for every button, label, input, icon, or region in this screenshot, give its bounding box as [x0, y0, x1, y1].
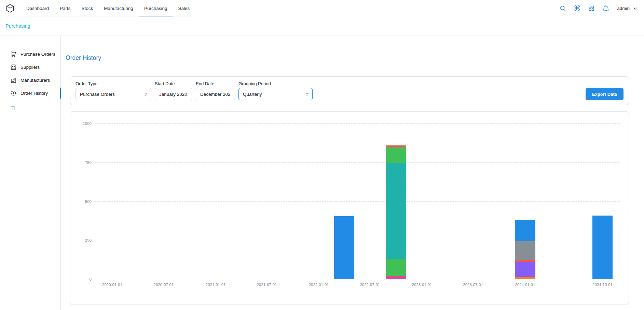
order-type-select[interactable]: Purchase Orders [76, 88, 151, 100]
sidebar-item-order-history[interactable]: Order History [0, 87, 60, 100]
notification-bell-icon [602, 5, 609, 12]
app-window: Dashboard Parts Stock Manufacturing Purc… [0, 0, 644, 310]
building-store-icon [10, 64, 17, 70]
sidebar-item-purchase-orders[interactable]: Purchase Orders [0, 48, 60, 61]
nav-tab-sales[interactable]: Sales [173, 0, 195, 16]
nav-tab-parts[interactable]: Parts [54, 0, 76, 16]
chart-bar-segment [515, 241, 535, 260]
x-tick-label: 2022-07-01 [360, 283, 380, 287]
y-tick-label: 0 [78, 277, 92, 281]
chart-x-axis: 2020-01-012020-07-012021-01-012021-07-01… [95, 279, 620, 289]
barcode-scan-button[interactable] [586, 2, 597, 14]
chevron-up-down-icon [143, 92, 148, 96]
x-tick-label: 2022-01-01 [309, 283, 329, 287]
content-area: Purchase Orders Suppliers Manufacturers [0, 36, 644, 310]
nav-tab-purchasing[interactable]: Purchasing [139, 0, 173, 16]
order-type-label: Order Type [76, 81, 151, 86]
chart-plot: 02505007501000 [95, 117, 620, 279]
notifications-button[interactable] [600, 2, 612, 14]
x-tick-label: 2021-07-01 [257, 283, 277, 287]
breadcrumb[interactable]: Purchasing [5, 23, 30, 29]
package-hexagon-icon [5, 4, 15, 13]
breadcrumb-bar: Purchasing [0, 16, 644, 36]
scan-grid-icon [588, 5, 595, 12]
chart-bar-segment [386, 163, 406, 259]
grid-line [95, 162, 620, 163]
chart-bar-segment [592, 216, 613, 279]
x-tick-label: 2024-01-01 [515, 283, 535, 287]
sidebar-item-manufacturers[interactable]: Manufacturers [0, 74, 60, 87]
grid-line [95, 123, 620, 124]
y-tick-label: 750 [78, 160, 92, 165]
nav-tab-manufacturing[interactable]: Manufacturing [98, 0, 139, 16]
chart-bar-segment [515, 220, 535, 241]
grouping-period-group: Grouping Period Quarterly [238, 81, 313, 100]
grid-line [95, 240, 620, 240]
chart-bar-segment [515, 262, 535, 277]
sidebar-item-label: Suppliers [20, 65, 40, 70]
factory-icon [10, 77, 17, 83]
collapse-sidebar-button[interactable] [10, 106, 15, 112]
header-actions: ⌘ admin [557, 2, 638, 14]
title-divider [65, 68, 629, 68]
chart-bar[interactable] [334, 117, 355, 279]
sidebar-item-label: Order History [20, 91, 48, 96]
chevron-up-down-icon [305, 92, 309, 96]
sidebar-item-label: Manufacturers [20, 78, 50, 83]
user-menu[interactable]: admin [617, 6, 638, 11]
grid-line [95, 201, 620, 202]
order-history-panel: Order History Order Type Purchase Orders… [61, 36, 644, 310]
grouping-period-select[interactable]: Quarterly [238, 88, 313, 100]
filter-card: Order Type Purchase Orders Start Date [70, 76, 629, 105]
chart-bar-segment [515, 260, 535, 262]
x-tick-label: 2024-10-01 [592, 283, 613, 287]
end-date-input[interactable] [196, 88, 235, 100]
chart-bar-segment [386, 259, 406, 276]
app-header: Dashboard Parts Stock Manufacturing Purc… [0, 0, 644, 16]
end-date-label: End Date [196, 81, 235, 86]
chart-bar[interactable] [592, 117, 613, 279]
export-data-button[interactable]: Export Data [586, 88, 624, 100]
app-logo[interactable] [5, 4, 15, 13]
purchasing-sidebar: Purchase Orders Suppliers Manufacturers [0, 36, 61, 310]
order-type-value: Purchase Orders [80, 92, 115, 97]
main-nav: Dashboard Parts Stock Manufacturing Purc… [21, 0, 195, 16]
y-tick-label: 250 [78, 238, 92, 242]
x-tick-label: 2021-01-01 [206, 283, 226, 287]
chart-bar[interactable] [386, 117, 406, 279]
y-tick-label: 500 [78, 199, 92, 204]
order-type-group: Order Type Purchase Orders [76, 81, 151, 100]
x-tick-label: 2020-07-01 [154, 283, 174, 287]
y-tick-label: 1000 [78, 121, 92, 126]
x-tick-label: 2020-01-01 [102, 283, 122, 287]
search-icon [559, 5, 566, 12]
shopping-cart-icon [10, 51, 17, 57]
nav-tab-stock[interactable]: Stock [76, 0, 99, 16]
chevron-down-icon [633, 6, 638, 11]
spotlight-button[interactable]: ⌘ [571, 2, 583, 14]
grouping-period-value: Quarterly [243, 92, 262, 97]
chart-card: 02505007501000 2020-01-012020-07-012021-… [70, 111, 629, 305]
chart-bar-segment [386, 147, 406, 163]
start-date-input[interactable] [155, 88, 192, 100]
history-icon [10, 90, 17, 96]
start-date-group: Start Date [155, 81, 192, 100]
start-date-label: Start Date [155, 81, 192, 86]
layout-sidebar-icon [10, 106, 15, 111]
nav-tab-dashboard[interactable]: Dashboard [21, 0, 54, 16]
command-icon: ⌘ [574, 5, 580, 12]
username: admin [617, 6, 630, 11]
sidebar-item-label: Purchase Orders [20, 52, 55, 57]
chart-bar-segment [515, 277, 535, 279]
page-title: Order History [66, 54, 629, 62]
search-button[interactable] [557, 2, 568, 14]
x-tick-label: 2023-07-01 [463, 283, 483, 287]
x-tick-label: 2023-01-01 [412, 283, 432, 287]
grouping-period-label: Grouping Period [238, 81, 313, 86]
chart-bar[interactable] [515, 117, 535, 279]
end-date-group: End Date [196, 81, 235, 100]
sidebar-item-suppliers[interactable]: Suppliers [0, 61, 60, 74]
chart-bar-segment [334, 216, 355, 279]
